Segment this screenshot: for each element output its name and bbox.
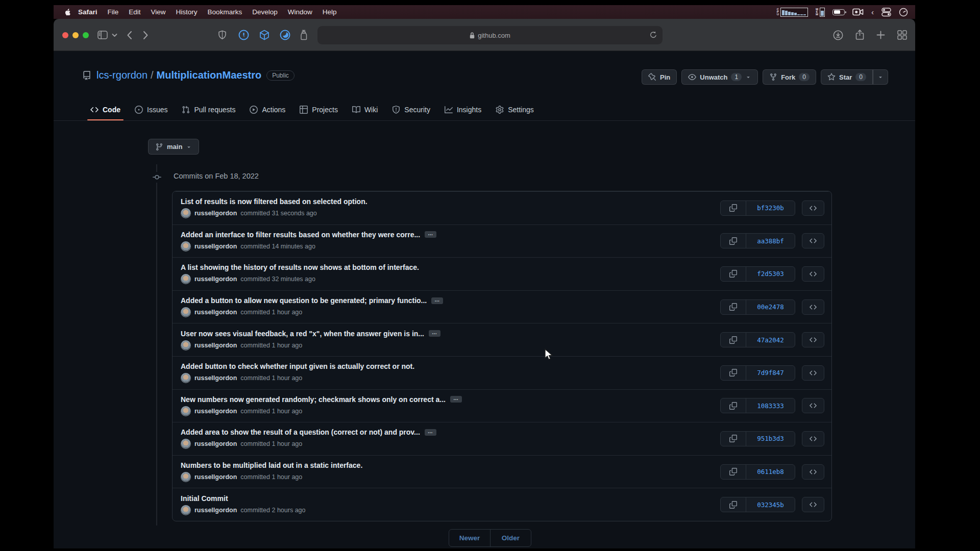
commit-expand-button[interactable]: … <box>429 330 440 337</box>
copy-sha-button[interactable] <box>721 267 746 281</box>
copy-sha-button[interactable] <box>721 497 746 512</box>
commit-title-link[interactable]: Added area to show the result of a quest… <box>181 428 420 436</box>
avatar[interactable] <box>181 472 191 482</box>
repo-owner-link[interactable]: lcs-rgordon <box>96 69 148 81</box>
commit-author-link[interactable]: russellgordon <box>194 342 237 349</box>
commit-title-link[interactable]: Added an interface to filter results bas… <box>181 231 420 239</box>
copy-sha-button[interactable] <box>721 366 746 380</box>
browse-code-button[interactable] <box>802 299 824 315</box>
unwatch-button[interactable]: Unwatch 1 <box>681 69 758 85</box>
browse-code-button[interactable] <box>802 398 824 413</box>
pin-button[interactable]: Pin <box>642 69 677 85</box>
commit-sha-link[interactable]: 47a2042 <box>746 333 795 347</box>
avatar[interactable] <box>181 208 191 218</box>
commit-author-link[interactable]: russellgordon <box>194 309 237 316</box>
minimize-window-button[interactable] <box>72 32 79 38</box>
privacy-shield-icon[interactable] <box>218 19 227 51</box>
cpu-meter[interactable]: CPU <box>777 8 808 17</box>
commit-expand-button[interactable]: … <box>450 396 462 403</box>
reload-button[interactable] <box>650 31 657 41</box>
commit-author-link[interactable]: russellgordon <box>194 408 237 415</box>
copy-sha-button[interactable] <box>721 300 746 314</box>
menubar-item-help[interactable]: Help <box>317 8 342 16</box>
apple-menu-icon[interactable] <box>64 8 71 16</box>
tab-projects[interactable]: Projects <box>292 100 345 119</box>
tab-pull-requests[interactable]: Pull requests <box>175 100 242 119</box>
browse-code-button[interactable] <box>802 233 824 248</box>
menubar-item-edit[interactable]: Edit <box>124 8 145 16</box>
menubar-item-view[interactable]: View <box>146 8 171 16</box>
commit-expand-button[interactable]: … <box>431 297 443 304</box>
sidebar-toggle-button[interactable] <box>97 19 108 51</box>
avatar[interactable] <box>181 406 191 416</box>
share-button[interactable] <box>855 30 864 40</box>
zoom-window-button[interactable] <box>83 32 89 38</box>
commit-author-link[interactable]: russellgordon <box>194 507 237 514</box>
commit-author-link[interactable]: russellgordon <box>194 210 237 217</box>
commit-title-link[interactable]: Initial Commit <box>181 494 228 503</box>
avatar[interactable] <box>181 340 191 350</box>
commit-author-link[interactable]: russellgordon <box>194 473 237 481</box>
commit-title-link[interactable]: Added a button to allow new question to … <box>181 296 427 305</box>
commit-title-link[interactable]: Added button to check whether input give… <box>181 362 414 370</box>
older-button[interactable]: Older <box>490 530 531 546</box>
commit-sha-link[interactable]: aa388bf <box>746 234 795 248</box>
star-button[interactable]: Star 0 <box>821 69 873 85</box>
commit-title-link[interactable]: User now sees visual feedback, a red "x"… <box>181 330 424 338</box>
browse-code-button[interactable] <box>802 332 824 347</box>
commit-expand-button[interactable]: … <box>425 231 436 238</box>
commit-author-link[interactable]: russellgordon <box>194 440 237 447</box>
commit-expand-button[interactable]: … <box>425 429 436 436</box>
tab-issues[interactable]: Issues <box>128 100 175 119</box>
battery-icon[interactable] <box>832 9 845 15</box>
commit-sha-link[interactable]: f2d5303 <box>746 267 795 281</box>
copy-sha-button[interactable] <box>721 333 746 347</box>
commit-sha-link[interactable]: 7d9f847 <box>746 366 795 380</box>
copy-sha-button[interactable] <box>721 432 746 446</box>
menubar-item-bookmarks[interactable]: Bookmarks <box>203 8 248 16</box>
browse-code-button[interactable] <box>802 365 824 381</box>
cleaner-extension-icon[interactable] <box>300 19 308 51</box>
newer-button[interactable]: Newer <box>449 530 490 546</box>
commit-title-link[interactable]: List of results is now filtered based on… <box>181 197 368 206</box>
commit-sha-link[interactable]: 032345b <box>746 497 795 512</box>
commit-author-link[interactable]: russellgordon <box>194 374 237 382</box>
menubar-item-file[interactable]: File <box>103 8 124 16</box>
avatar[interactable] <box>181 439 191 449</box>
tab-code[interactable]: Code <box>83 100 128 119</box>
copy-sha-button[interactable] <box>721 398 746 413</box>
back-button[interactable] <box>127 19 132 51</box>
copy-sha-button[interactable] <box>721 465 746 479</box>
control-center-icon[interactable] <box>881 7 891 17</box>
avatar[interactable] <box>181 505 191 515</box>
mem-meter[interactable]: MEM <box>816 8 825 17</box>
commit-title-link[interactable]: A list showing the history of results no… <box>181 263 419 271</box>
menubar-item-safari[interactable]: Safari <box>73 8 103 16</box>
clock-icon[interactable] <box>899 8 908 17</box>
copy-sha-button[interactable] <box>721 201 746 215</box>
avatar[interactable] <box>181 241 191 252</box>
tab-actions[interactable]: Actions <box>242 100 292 119</box>
commit-sha-link[interactable]: 00e2478 <box>746 300 795 314</box>
sidebar-chevron-down-icon[interactable] <box>112 19 117 51</box>
commit-sha-link[interactable]: 1083333 <box>746 398 795 413</box>
commit-title-link[interactable]: Numbers to be multiplied laid out in a s… <box>181 461 362 469</box>
cube-extension-icon[interactable] <box>259 19 270 51</box>
onepassword-extension-icon[interactable] <box>238 19 249 51</box>
browse-code-button[interactable] <box>802 497 824 512</box>
browse-code-button[interactable] <box>802 464 824 480</box>
avatar[interactable] <box>181 307 191 317</box>
forward-button[interactable] <box>143 19 149 51</box>
star-dropdown-button[interactable] <box>873 69 888 85</box>
commit-author-link[interactable]: russellgordon <box>194 243 237 250</box>
tab-security[interactable]: Security <box>385 100 437 119</box>
tab-wiki[interactable]: Wiki <box>345 100 385 119</box>
commit-sha-link[interactable]: 0611eb8 <box>746 465 795 479</box>
dark-mode-extension-icon[interactable] <box>280 19 290 51</box>
tab-overview-button[interactable] <box>897 30 907 40</box>
avatar[interactable] <box>181 274 191 284</box>
menubar-item-history[interactable]: History <box>171 8 203 16</box>
new-tab-button[interactable] <box>876 31 885 39</box>
address-bar[interactable]: github.com <box>317 26 663 44</box>
fork-button[interactable]: Fork 0 <box>763 69 816 85</box>
